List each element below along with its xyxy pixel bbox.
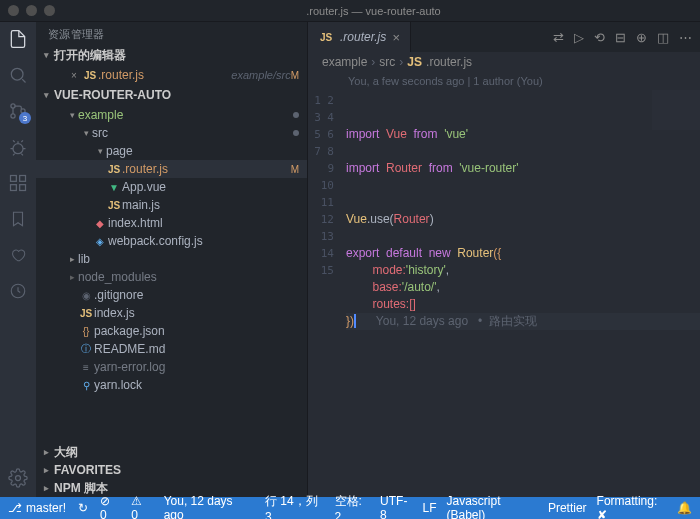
explorer-icon[interactable] <box>7 28 29 50</box>
svg-rect-6 <box>11 185 17 191</box>
settings-icon[interactable] <box>7 467 29 489</box>
tree-file-main[interactable]: JSmain.js <box>36 196 307 214</box>
yarn-icon: ⚲ <box>78 380 94 391</box>
open-editors-header[interactable]: ▾打开的编辑器 <box>36 46 307 64</box>
open-editor-item[interactable]: × JS .router.js example/src M <box>36 66 307 84</box>
js-icon: JS <box>407 55 422 69</box>
tree-folder-example[interactable]: ▾example <box>36 106 307 124</box>
vue-icon: ▼ <box>106 182 122 193</box>
split-icon[interactable]: ◫ <box>657 30 669 45</box>
tree-file-indexjs[interactable]: JSindex.js <box>36 304 307 322</box>
svg-rect-8 <box>20 176 26 182</box>
indent[interactable]: 空格: 2 <box>335 493 371 520</box>
notifications-icon[interactable]: 🔔 <box>677 501 692 515</box>
minimap[interactable] <box>652 90 700 130</box>
js-icon: JS <box>82 70 98 81</box>
tree-file-package[interactable]: {}package.json <box>36 322 307 340</box>
more-icon[interactable]: ⋯ <box>679 30 692 45</box>
status-bar: ⎇ master! ↻ ⊘ 0 ⚠ 0 You, 12 days ago 行 1… <box>0 497 700 519</box>
git-icon: ◉ <box>78 290 94 301</box>
run-icon[interactable]: ▷ <box>574 30 584 45</box>
tree-file-indexhtml[interactable]: ◆index.html <box>36 214 307 232</box>
svg-point-2 <box>11 114 15 118</box>
refresh-icon[interactable]: ⟲ <box>594 30 605 45</box>
chevron-down-icon: ▾ <box>40 90 52 100</box>
preview-icon[interactable]: ⊕ <box>636 30 647 45</box>
tree-file-webpack[interactable]: ◈webpack.config.js <box>36 232 307 250</box>
scm-icon[interactable]: 3 <box>7 100 29 122</box>
json-icon: {} <box>78 326 94 337</box>
js-icon: JS <box>318 32 334 43</box>
svg-point-0 <box>11 68 23 80</box>
encoding[interactable]: UTF-8 <box>380 494 412 519</box>
workspace-header[interactable]: ▾VUE-ROUTER-AUTO <box>36 86 307 104</box>
sidebar: 资源管理器 ▾打开的编辑器 × JS .router.js example/sr… <box>36 22 308 497</box>
max-dot[interactable] <box>44 5 55 16</box>
min-dot[interactable] <box>26 5 37 16</box>
editor-group: JS .router.js × ⇄ ▷ ⟲ ⊟ ⊕ ◫ ⋯ example› s… <box>308 22 700 497</box>
tree-file-yarnlock[interactable]: ⚲yarn.lock <box>36 376 307 394</box>
prettier[interactable]: Prettier <box>548 501 587 515</box>
info-icon: ⓘ <box>78 342 94 356</box>
sidebar-title: 资源管理器 <box>36 22 307 46</box>
outline-header[interactable]: ▸大纲 <box>36 443 307 461</box>
tree-folder-src[interactable]: ▾src <box>36 124 307 142</box>
errors-indicator[interactable]: ⊘ 0 <box>100 494 119 519</box>
cursor-pos[interactable]: 行 14，列 3 <box>265 493 325 520</box>
log-icon: ≡ <box>78 362 94 373</box>
breadcrumb[interactable]: example› src› JS .router.js <box>308 52 700 72</box>
code-area[interactable]: 1 2 3 4 5 6 7 8 9 10 11 12 13 14 15 impo… <box>308 90 700 497</box>
tree-file-yarnerror[interactable]: ≡yarn-error.log <box>36 358 307 376</box>
js-icon: JS <box>78 308 94 319</box>
titlebar: .router.js — vue-router-auto <box>0 0 700 22</box>
html-icon: ◆ <box>92 218 108 229</box>
history-icon[interactable] <box>7 280 29 302</box>
warnings-indicator[interactable]: ⚠ 0 <box>131 494 151 519</box>
svg-point-1 <box>11 104 15 108</box>
code-lines[interactable]: import Vue from 'vue' import Router from… <box>342 90 700 497</box>
blame-status[interactable]: You, 12 days ago <box>164 494 253 519</box>
tree-folder-nodemodules[interactable]: ▸node_modules <box>36 268 307 286</box>
tree-file-readme[interactable]: ⓘREADME.md <box>36 340 307 358</box>
eol[interactable]: LF <box>422 501 436 515</box>
blame-line: You, a few seconds ago | 1 author (You) <box>308 72 700 90</box>
branch-indicator[interactable]: ⎇ master! <box>8 501 66 515</box>
js-icon: JS <box>106 164 122 175</box>
favorites-header[interactable]: ▸FAVORITES <box>36 461 307 479</box>
bookmark-icon[interactable] <box>7 208 29 230</box>
webpack-icon: ◈ <box>92 236 108 247</box>
tree-file-router[interactable]: JS.router.jsM <box>36 160 307 178</box>
svg-rect-5 <box>11 176 17 182</box>
gutter: 1 2 3 4 5 6 7 8 9 10 11 12 13 14 15 <box>308 90 342 497</box>
tree-folder-page[interactable]: ▾page <box>36 142 307 160</box>
debug-icon[interactable] <box>7 136 29 158</box>
extensions-icon[interactable] <box>7 172 29 194</box>
compare-icon[interactable]: ⇄ <box>553 30 564 45</box>
tab-bar: JS .router.js × ⇄ ▷ ⟲ ⊟ ⊕ ◫ ⋯ <box>308 22 700 52</box>
sync-button[interactable]: ↻ <box>78 501 88 515</box>
chevron-down-icon: ▾ <box>40 50 52 60</box>
activity-bar: 3 <box>0 22 36 497</box>
js-icon: JS <box>106 200 122 211</box>
language[interactable]: Javascript (Babel) <box>446 494 537 519</box>
tree-folder-lib[interactable]: ▸lib <box>36 250 307 268</box>
tab-router[interactable]: JS .router.js × <box>308 22 411 52</box>
svg-point-4 <box>13 144 23 154</box>
favorite-icon[interactable] <box>7 244 29 266</box>
scm-badge: 3 <box>19 112 31 124</box>
window-title: .router.js — vue-router-auto <box>55 5 692 17</box>
tree-file-app[interactable]: ▼App.vue <box>36 178 307 196</box>
svg-rect-7 <box>20 185 26 191</box>
svg-point-10 <box>16 476 21 481</box>
editor-actions: ⇄ ▷ ⟲ ⊟ ⊕ ◫ ⋯ <box>545 22 700 52</box>
search-icon[interactable] <box>7 64 29 86</box>
tree-file-gitignore[interactable]: ◉.gitignore <box>36 286 307 304</box>
close-dot[interactable] <box>8 5 19 16</box>
close-icon[interactable]: × <box>66 70 82 81</box>
window-controls[interactable] <box>8 5 55 16</box>
diff-icon[interactable]: ⊟ <box>615 30 626 45</box>
tab-close-icon[interactable]: × <box>392 30 400 45</box>
formatting[interactable]: Formatting: ✘ <box>597 494 667 519</box>
